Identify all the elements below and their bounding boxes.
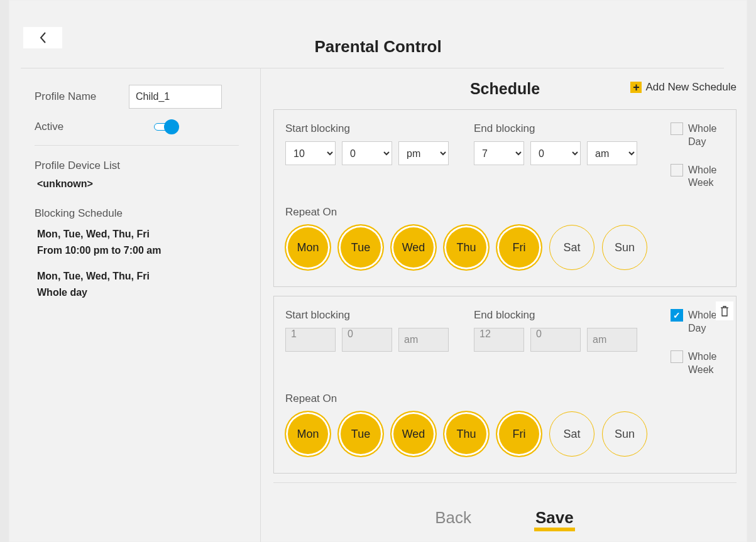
whole-day-checkbox[interactable] xyxy=(671,309,683,322)
active-row: Active xyxy=(35,120,239,134)
back-button[interactable]: Back xyxy=(435,508,471,531)
repeat-on-label: Repeat On xyxy=(285,393,725,405)
day-sat[interactable]: Sat xyxy=(549,411,594,457)
left-divider xyxy=(35,145,239,146)
day-wed[interactable]: Wed xyxy=(391,225,436,270)
delete-schedule-button[interactable] xyxy=(716,301,733,320)
day-tue[interactable]: Tue xyxy=(338,411,383,457)
day-sat[interactable]: Sat xyxy=(549,225,594,270)
end-ampm-select[interactable]: am xyxy=(587,141,637,165)
active-label: Active xyxy=(35,121,129,133)
repeat-on-label: Repeat On xyxy=(285,206,725,219)
schedule-cards: Start blocking100pmEnd blocking70amWhole… xyxy=(273,109,737,474)
blocking-schedule-label: Blocking Schedule xyxy=(35,207,239,220)
start-ampm-disabled: am xyxy=(398,328,449,352)
right-panel: Schedule + Add New Schedule Start blocki… xyxy=(261,68,747,542)
active-toggle[interactable] xyxy=(154,120,179,134)
schedule-header: Schedule + Add New Schedule xyxy=(273,80,737,98)
day-wed[interactable]: Wed xyxy=(391,411,436,457)
main-layout: Profile Name Active Profile Device List … xyxy=(9,68,747,542)
back-arrow-button[interactable] xyxy=(23,27,62,48)
day-fri[interactable]: Fri xyxy=(496,411,542,457)
whole-day-label: Whole Day xyxy=(688,122,722,149)
end-ampm-disabled: am xyxy=(587,328,637,352)
day-fri[interactable]: Fri xyxy=(496,225,542,270)
day-tue[interactable]: Tue xyxy=(338,225,383,270)
whole-week-label: Whole Week xyxy=(688,350,722,377)
save-button[interactable]: Save xyxy=(534,508,575,531)
day-mon[interactable]: Mon xyxy=(285,411,331,457)
whole-week-checkbox[interactable] xyxy=(671,350,683,363)
start-ampm-select[interactable]: pm xyxy=(398,141,449,165)
whole-week-label: Whole Week xyxy=(688,164,722,190)
start-blocking-label: Start blocking xyxy=(285,122,468,135)
profile-name-row: Profile Name xyxy=(35,85,239,109)
end-min-disabled: 0 xyxy=(530,328,581,352)
day-thu[interactable]: Thu xyxy=(444,225,489,270)
day-mon[interactable]: Mon xyxy=(285,225,331,270)
add-schedule-button[interactable]: + Add New Schedule xyxy=(630,81,737,94)
start-min-select[interactable]: 0 xyxy=(342,141,392,165)
end-blocking-label: End blocking xyxy=(474,309,656,322)
day-sun[interactable]: Sun xyxy=(602,411,647,457)
trash-icon xyxy=(720,305,730,317)
start-blocking-label: Start blocking xyxy=(285,309,468,322)
add-schedule-label: Add New Schedule xyxy=(645,81,737,94)
left-panel: Profile Name Active Profile Device List … xyxy=(9,68,261,542)
end-min-select[interactable]: 0 xyxy=(530,141,581,165)
end-blocking-label: End blocking xyxy=(474,122,656,135)
start-hour-select[interactable]: 10 xyxy=(285,141,336,165)
end-hour-disabled: 12 xyxy=(474,328,524,352)
schedule-summary-days: Mon, Tue, Wed, Thu, Fri xyxy=(37,268,239,285)
plus-icon: + xyxy=(630,82,642,93)
footer: Back Save xyxy=(273,482,737,531)
profile-name-label: Profile Name xyxy=(35,90,129,103)
start-hour-disabled: 1 xyxy=(285,328,336,352)
whole-week-checkbox[interactable] xyxy=(671,164,683,176)
page: Parental Control Profile Name Active Pro… xyxy=(9,0,747,542)
day-thu[interactable]: Thu xyxy=(444,411,489,457)
blocking-schedule-list: Mon, Tue, Wed, Thu, FriFrom 10:00 pm to … xyxy=(35,226,239,300)
schedule-summary-time: Whole day xyxy=(37,285,239,301)
device-list-value: <unknown> xyxy=(37,178,239,190)
device-list-label: Profile Device List xyxy=(35,160,239,172)
end-hour-select[interactable]: 7 xyxy=(474,141,524,165)
page-title: Parental Control xyxy=(9,1,747,57)
whole-day-checkbox[interactable] xyxy=(671,122,683,135)
schedule-title: Schedule xyxy=(470,80,540,98)
schedule-summary-time: From 10:00 pm to 7:00 am xyxy=(37,242,239,259)
schedule-card: Start blocking10amEnd blocking120amWhole… xyxy=(273,296,737,474)
profile-name-input[interactable] xyxy=(129,85,222,109)
start-min-disabled: 0 xyxy=(342,328,392,352)
schedule-card: Start blocking100pmEnd blocking70amWhole… xyxy=(273,109,737,287)
schedule-summary-days: Mon, Tue, Wed, Thu, Fri xyxy=(37,226,239,242)
day-sun[interactable]: Sun xyxy=(602,225,647,270)
chevron-left-icon xyxy=(38,31,47,44)
